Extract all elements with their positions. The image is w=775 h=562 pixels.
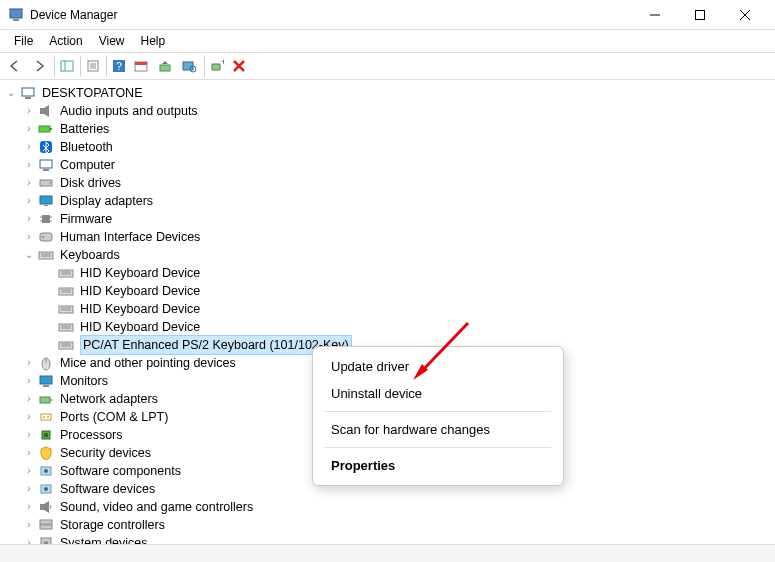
tree-device[interactable]: HID Keyboard Device [2,264,773,282]
tree-category[interactable]: ›Display adapters [2,192,773,210]
menu-update-driver[interactable]: Update driver [313,353,563,380]
svg-rect-0 [10,9,22,18]
svg-point-74 [44,487,48,491]
tree-category[interactable]: ›Bluetooth [2,138,773,156]
maximize-button[interactable] [677,0,722,30]
hid-icon [38,229,54,245]
svg-rect-77 [40,525,52,529]
back-button[interactable] [4,55,26,77]
keyboard-icon [38,247,54,263]
svg-point-67 [43,416,45,418]
svg-rect-27 [50,128,52,130]
collapse-icon[interactable]: ⌄ [22,248,36,262]
expand-icon[interactable]: › [22,374,36,388]
expand-icon[interactable]: › [22,230,36,244]
monitor-icon [38,373,54,389]
system-icon [38,535,54,544]
action-button[interactable] [130,55,152,77]
tree-category[interactable]: ›Human Interface Devices [2,228,773,246]
tree-device[interactable]: HID Keyboard Device [2,300,773,318]
tree-device-label: HID Keyboard Device [80,318,200,336]
expand-icon[interactable]: › [22,446,36,460]
expand-icon[interactable]: › [22,464,36,478]
expand-icon[interactable]: › [22,356,36,370]
tree-device[interactable]: HID Keyboard Device [2,282,773,300]
context-menu: Update driver Uninstall device Scan for … [312,346,564,486]
expand-icon[interactable]: › [22,410,36,424]
tree-category[interactable]: ›Audio inputs and outputs [2,102,773,120]
svg-rect-30 [43,169,49,171]
collapse-icon[interactable]: ⌄ [4,86,18,100]
expand-icon[interactable]: › [22,518,36,532]
tree-category-label: Network adapters [60,390,158,408]
tree-category-label: Storage controllers [60,516,165,534]
battery-icon [38,121,54,137]
software-icon [38,463,54,479]
menu-scan-hardware[interactable]: Scan for hardware changes [313,416,563,443]
expand-icon[interactable]: › [22,158,36,172]
tree-category-label: Ports (COM & LPT) [60,408,168,426]
tree-category-label: Bluetooth [60,138,113,156]
expand-icon[interactable]: › [22,428,36,442]
expand-icon[interactable]: › [22,176,36,190]
tree-category[interactable]: ›Sound, video and game controllers [2,498,773,516]
keyboard-icon [58,319,74,335]
tree-category[interactable]: ›Firmware [2,210,773,228]
update-driver-button[interactable] [154,55,176,77]
tree-category-label: Mice and other pointing devices [60,354,236,372]
menu-view[interactable]: View [91,32,133,50]
cpu-icon [38,427,54,443]
uninstall-button[interactable] [228,55,250,77]
expand-icon[interactable]: › [22,212,36,226]
speaker-icon [38,103,54,119]
tree-category[interactable]: ›System devices [2,534,773,544]
tree-category[interactable]: ›Computer [2,156,773,174]
menu-help[interactable]: Help [133,32,174,50]
close-button[interactable] [722,0,767,30]
port-icon [38,409,54,425]
expand-icon[interactable]: › [22,536,36,544]
tree-device[interactable]: HID Keyboard Device [2,318,773,336]
svg-rect-16 [160,65,170,71]
properties-button[interactable] [80,55,102,77]
menu-properties[interactable]: Properties [313,452,563,479]
svg-rect-3 [695,10,704,19]
svg-point-68 [47,416,49,418]
storage-icon [38,517,54,533]
help-button[interactable]: ? [106,55,128,77]
svg-rect-6 [61,61,73,71]
forward-button[interactable] [28,55,50,77]
tree-category-label: Keyboards [60,246,120,264]
menu-uninstall-device[interactable]: Uninstall device [313,380,563,407]
tree-category[interactable]: ›Storage controllers [2,516,773,534]
menu-file[interactable]: File [6,32,41,50]
add-hardware-button[interactable]: + [204,55,226,77]
tree-category[interactable]: ›Batteries [2,120,773,138]
scan-button[interactable] [178,55,200,77]
expand-icon[interactable]: › [22,392,36,406]
svg-rect-26 [39,126,50,132]
expand-icon[interactable]: › [22,104,36,118]
security-icon [38,445,54,461]
statusbar [0,544,775,562]
svg-rect-62 [40,376,52,384]
show-hide-tree-button[interactable] [54,55,76,77]
disk-icon [38,175,54,191]
svg-rect-1 [13,19,19,21]
minimize-button[interactable] [632,0,677,30]
tree-category[interactable]: ⌄Keyboards [2,246,773,264]
expand-icon[interactable]: › [22,140,36,154]
expand-icon[interactable]: › [22,482,36,496]
tree-device-label: HID Keyboard Device [80,300,200,318]
svg-point-41 [42,236,44,238]
expand-icon[interactable]: › [22,194,36,208]
app-icon [8,7,24,23]
expand-icon[interactable]: › [22,500,36,514]
expand-icon[interactable]: › [22,122,36,136]
menu-action[interactable]: Action [41,32,90,50]
tree-device-label: PC/AT Enhanced PS/2 Keyboard (101/102-Ke… [80,335,352,355]
tree-root[interactable]: ⌄DESKTOPATONE [2,84,773,102]
window-title: Device Manager [30,8,632,22]
tree-category-label: System devices [60,534,148,544]
tree-category[interactable]: ›Disk drives [2,174,773,192]
